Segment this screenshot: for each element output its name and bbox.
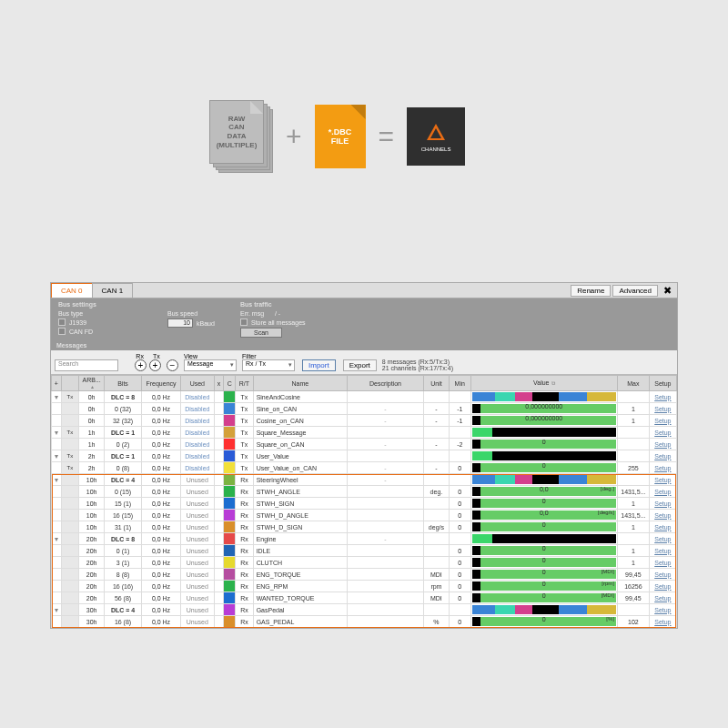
view-select[interactable]: Message <box>184 359 237 371</box>
bus-toolbar: Bus settings Bus type J1939 CAN FD Bus s… <box>51 298 677 340</box>
add-tx-button[interactable]: + <box>149 359 161 371</box>
col-desc[interactable]: Description <box>347 376 423 391</box>
col-min[interactable]: Min <box>449 376 470 391</box>
table-row[interactable]: ▾Tx1hDLC = 10,0 HzDisabledTxSquare_Messa… <box>52 427 677 439</box>
col-expand[interactable]: + <box>52 376 62 391</box>
col-x[interactable]: x <box>214 376 224 391</box>
settings-icon[interactable]: ✖ <box>658 285 677 297</box>
col-bits[interactable]: Bits <box>105 376 142 391</box>
channels-icon: CHANNELS <box>407 107 465 166</box>
setup-link[interactable]: Setup <box>649 604 676 616</box>
table-row[interactable]: 10h31 (1)0,0 HzUnusedRxSTWH_D_SIGNdeg/s0… <box>52 521 677 533</box>
setup-link[interactable]: Setup <box>649 616 676 628</box>
tab-bar: CAN 0 CAN 1 Rename Advanced ✖ <box>51 283 677 298</box>
table-row[interactable]: ▾Tx0hDLC = 80,0 HzDisabledTxSineAndCosin… <box>52 391 677 403</box>
col-c[interactable]: C <box>224 376 236 391</box>
setup-link[interactable]: Setup <box>649 521 676 533</box>
col-rt[interactable]: R/T <box>236 376 253 391</box>
table-row[interactable]: 0h32 (32)0,0 HzDisabledTxCosine_on_CAN--… <box>52 415 677 427</box>
setup-link[interactable]: Setup <box>649 545 676 557</box>
col-max[interactable]: Max <box>618 376 650 391</box>
table-row[interactable]: 30h16 (8)0,0 HzUnusedRxGAS_PEDAL%00[%]10… <box>52 616 677 628</box>
tab-can0[interactable]: CAN 0 <box>51 283 93 298</box>
col-used[interactable]: Used <box>181 376 215 391</box>
scan-button[interactable]: Scan <box>240 328 282 338</box>
tab-can1[interactable]: CAN 1 <box>92 283 134 298</box>
table-row[interactable]: 1h0 (2)0,0 HzDisabledTxSquare_on_CAN---2… <box>52 439 677 450</box>
bus-traffic-label: Bus traffic <box>240 301 335 308</box>
bus-speed-input[interactable]: 10 <box>167 318 193 328</box>
setup-link[interactable]: Setup <box>649 557 676 569</box>
table-row[interactable]: 20h56 (8)0,0 HzUnusedRxWANTED_TORQUEMDI0… <box>52 592 677 604</box>
advanced-button[interactable]: Advanced <box>612 285 658 297</box>
export-button[interactable]: Export <box>343 359 377 371</box>
table-row[interactable]: 20h0 (1)0,0 HzUnusedRxIDLE001Setup <box>52 545 677 557</box>
setup-link[interactable]: Setup <box>649 533 676 545</box>
channels-count: 21 channels (Rx:17/Tx:4) <box>382 365 453 371</box>
col-freq[interactable]: Frequency <box>141 376 180 391</box>
setup-link[interactable]: Setup <box>649 450 676 462</box>
bus-speed-label: Bus speed <box>167 310 226 317</box>
setup-link[interactable]: Setup <box>649 391 676 403</box>
raw-can-stack: RAW CAN DATA (MULTIPLE) <box>209 100 273 173</box>
messages-section-label: Messages <box>51 340 677 350</box>
can-config-window: CAN 0 CAN 1 Rename Advanced ✖ Bus settin… <box>50 282 678 629</box>
setup-link[interactable]: Setup <box>649 403 676 415</box>
messages-count: 8 messages (Rx:5/Tx:3) <box>382 359 453 365</box>
filter-select[interactable]: Rx / Tx <box>242 359 295 371</box>
col-unit[interactable]: Unit <box>423 376 449 391</box>
setup-link[interactable]: Setup <box>649 498 676 510</box>
table-row[interactable]: Tx2h0 (8)0,0 HzDisabledTxUser_Value_on_C… <box>52 462 677 474</box>
table-row[interactable]: 0h0 (32)0,0 HzDisabledTxSine_on_CAN---10… <box>52 403 677 415</box>
rename-button[interactable]: Rename <box>571 285 611 297</box>
setup-link[interactable]: Setup <box>649 474 676 486</box>
table-row[interactable]: 20h3 (1)0,0 HzUnusedRxCLUTCH001Setup <box>52 557 677 569</box>
raw-can-label: RAW CAN DATA (MULTIPLE) <box>209 100 264 164</box>
canfd-checkbox[interactable] <box>58 328 66 335</box>
table-row[interactable]: 10h16 (15)0,0 HzUnusedRxSTWH_D_ANGLE00,0… <box>52 510 677 521</box>
bus-settings-label: Bus settings <box>58 301 153 308</box>
col-value[interactable]: Value⧉ <box>470 376 617 391</box>
setup-link[interactable]: Setup <box>649 415 676 427</box>
setup-link[interactable]: Setup <box>649 592 676 604</box>
table-row[interactable]: 20h16 (16)0,0 HzUnusedRxENG_RPMrpm00[rpm… <box>52 581 677 592</box>
plus-icon: + <box>286 121 302 152</box>
store-checkbox[interactable] <box>240 318 248 326</box>
table-row[interactable]: ▾20hDLC = 80,0 HzUnusedRxEngine-Setup <box>52 533 677 545</box>
search-input[interactable]: Search <box>55 359 118 371</box>
add-rx-button[interactable]: + <box>135 359 147 371</box>
col-arb[interactable]: ARB...▴ <box>79 376 105 391</box>
table-row[interactable]: 10h15 (1)0,0 HzUnusedRxSTWH_SIGN001Setup <box>52 498 677 510</box>
table-row[interactable]: 20h8 (8)0,0 HzUnusedRxENG_TORQUEMDI00[MD… <box>52 569 677 581</box>
setup-link[interactable]: Setup <box>649 569 676 581</box>
setup-link[interactable]: Setup <box>649 581 676 592</box>
table-row[interactable]: ▾Tx2hDLC = 10,0 HzDisabledTxUser_ValueSe… <box>52 450 677 462</box>
setup-link[interactable]: Setup <box>649 427 676 439</box>
setup-link[interactable]: Setup <box>649 510 676 521</box>
table-row[interactable]: ▾30hDLC = 40,0 HzUnusedRxGasPedalSetup <box>52 604 677 616</box>
col-name[interactable]: Name <box>253 376 347 391</box>
setup-link[interactable]: Setup <box>649 486 676 498</box>
remove-button[interactable]: − <box>167 359 178 371</box>
j1939-checkbox[interactable] <box>58 318 66 326</box>
bus-type-label: Bus type <box>58 310 153 317</box>
concept-diagram: RAW CAN DATA (MULTIPLE) + *.DBC FILE = C… <box>209 100 465 173</box>
table-row[interactable]: 10h0 (15)0,0 HzUnusedRxSTWH_ANGLEdeg.00,… <box>52 486 677 498</box>
setup-link[interactable]: Setup <box>649 439 676 450</box>
col-setup[interactable]: Setup <box>649 376 676 391</box>
import-button[interactable]: Import <box>302 359 336 371</box>
setup-link[interactable]: Setup <box>649 462 676 474</box>
dbc-file-icon: *.DBC FILE <box>315 105 366 168</box>
table-row[interactable]: ▾10hDLC = 40,0 HzUnusedRxSteeringWheel-S… <box>52 474 677 486</box>
filter-toolbar: Search RxTx + + − View Message Filter Rx… <box>51 350 677 375</box>
messages-table: + ARB...▴ Bits Frequency Used x C R/T Na… <box>51 375 677 628</box>
equals-icon: = <box>379 121 395 152</box>
